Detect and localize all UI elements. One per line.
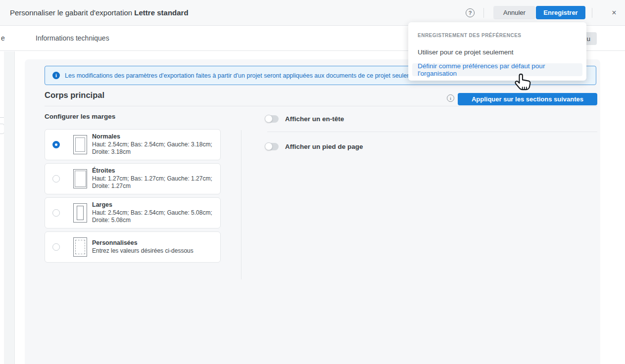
- margin-option-title: Étroites: [92, 167, 216, 175]
- cancel-button[interactable]: Annuler: [493, 6, 535, 19]
- section-divider: [45, 106, 597, 106]
- section-title: Corps principal: [45, 91, 104, 100]
- margin-option-larges[interactable]: Larges Haut: 2.54cm; Bas: 2.54cm; Gauche…: [45, 197, 221, 228]
- menu-item-set-org-default[interactable]: Définir comme préférences par défaut pou…: [412, 63, 582, 76]
- footer-toggle-label: Afficher un pied de page: [285, 143, 363, 150]
- radio-icon[interactable]: [52, 175, 60, 182]
- dialog-title: Personnaliser le gabarit d'exportation L…: [10, 0, 189, 25]
- margin-option-title: Normales: [92, 133, 216, 141]
- configure-margins-label: Configurer les marges: [45, 113, 115, 120]
- apply-info-icon[interactable]: i: [447, 94, 454, 102]
- margin-option-normales[interactable]: Normales Haut: 2.54cm; Bas: 2.54cm; Gauc…: [45, 129, 221, 160]
- margin-option-description: Haut: 1.27cm; Bas: 1.27cm; Gauche: 1.27c…: [92, 175, 216, 190]
- main-panel: i Les modifications des paramètres d'exp…: [25, 59, 600, 364]
- margin-option-etroites[interactable]: Étroites Haut: 1.27cm; Bas: 1.27cm; Gauc…: [45, 163, 221, 194]
- header-toggle-label: Afficher un en-tête: [285, 115, 344, 123]
- left-gutter: [4, 51, 15, 364]
- margins-narrow-icon: [73, 169, 87, 188]
- export-template-dialog: Personnaliser le gabarit d'exportation L…: [0, 0, 625, 364]
- menu-heading: ENREGISTREMENT DES PRÉFÉRENCES: [418, 33, 521, 38]
- toggle-row-header[interactable]: Afficher un en-tête: [265, 111, 344, 126]
- dialog-title-template-name: Lettre standard: [134, 8, 188, 17]
- tab-partial-left[interactable]: e: [1, 26, 5, 50]
- margin-option-description: Haut: 2.54cm; Bas: 2.54cm; Gauche: 5.08c…: [92, 209, 216, 225]
- radio-icon[interactable]: [52, 243, 60, 251]
- help-icon[interactable]: ?: [466, 8, 475, 17]
- save-preferences-menu: ENREGISTREMENT DES PRÉFÉRENCES Utiliser …: [408, 22, 586, 81]
- dialog-title-prefix: Personnaliser le gabarit d'exportation: [10, 8, 134, 17]
- header-toggle-off[interactable]: [265, 115, 279, 123]
- margin-option-title: Larges: [92, 201, 216, 209]
- apply-sections-button[interactable]: Appliquer sur les sections suivantes: [458, 93, 597, 105]
- margin-options-list: Normales Haut: 2.54cm; Bas: 2.54cm; Gauc…: [45, 129, 221, 263]
- margins-normal-icon: [73, 135, 87, 154]
- margin-option-description: Haut: 2.54cm; Bas: 2.54cm; Gauche: 3.18c…: [92, 141, 216, 156]
- save-button[interactable]: Enregistrer: [536, 6, 585, 19]
- info-banner-text: Les modifications des paramètres d'expor…: [65, 72, 423, 79]
- footer-toggle-off[interactable]: [265, 143, 279, 150]
- margin-option-personnalisees[interactable]: Personnalisées Entrez les valeurs désiré…: [45, 231, 221, 263]
- radio-icon[interactable]: [52, 209, 60, 217]
- close-icon[interactable]: ×: [608, 6, 621, 19]
- toggle-row-footer[interactable]: Afficher un pied de page: [265, 139, 363, 154]
- info-icon: i: [52, 72, 60, 79]
- left-rail-divider: [0, 117, 4, 118]
- toggle-divider: [267, 132, 597, 132]
- column-divider: [241, 130, 241, 279]
- margin-option-title: Personnalisées: [92, 239, 216, 247]
- tab-informations-techniques[interactable]: Informations techniques: [36, 26, 109, 50]
- radio-selected-icon[interactable]: [52, 141, 60, 148]
- header-divider: [592, 8, 592, 18]
- margins-wide-icon: [73, 203, 87, 223]
- margin-option-description: Entrez les valeurs désirées ci-dessous: [92, 247, 216, 255]
- header-divider: [483, 8, 484, 18]
- menu-item-use-for-project[interactable]: Utiliser pour ce projet seulement: [418, 48, 514, 56]
- left-rail: [0, 51, 4, 364]
- margins-custom-icon: [73, 237, 87, 257]
